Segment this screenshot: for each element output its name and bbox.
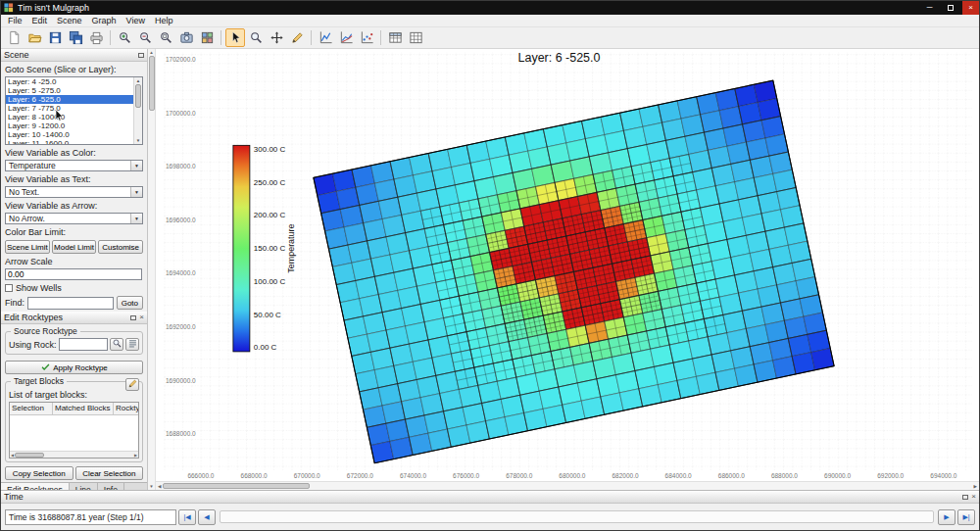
colorbar-limit-label: Color Bar Limit: bbox=[1, 224, 147, 238]
close-button[interactable]: × bbox=[962, 1, 979, 15]
plot-canvas[interactable]: Layer: 6 -525.0300.00 C250.00 C200.00 C1… bbox=[156, 49, 979, 481]
goto-scene-label: Goto Scene (Slice or Layer): bbox=[1, 62, 147, 75]
scroll-right-icon[interactable]: ▶ bbox=[134, 453, 137, 458]
menu-file[interactable]: File bbox=[3, 15, 27, 26]
colorbar-tick-label: 100.00 C bbox=[254, 277, 286, 286]
show-wells-checkbox[interactable] bbox=[5, 284, 13, 292]
scroll-thumb[interactable] bbox=[149, 56, 155, 111]
target-table-hscrollbar[interactable]: ◀▶ bbox=[10, 451, 138, 458]
plot-title: Layer: 6 -525.0 bbox=[518, 51, 601, 65]
target-table-column-matched-blocks[interactable]: Matched Blocks bbox=[53, 403, 114, 414]
target-table-body[interactable] bbox=[10, 415, 138, 451]
arrow-scale-input[interactable] bbox=[5, 268, 142, 280]
scroll-left-icon[interactable]: ◀ bbox=[11, 453, 14, 458]
color-variable-select[interactable]: Temperature ▼ bbox=[5, 160, 143, 171]
dock-tab-line[interactable]: Line bbox=[70, 483, 98, 490]
scroll-up-icon[interactable]: ▲ bbox=[149, 50, 153, 55]
clear-selection-button[interactable]: Clear Selection bbox=[75, 466, 144, 480]
toolbar-graph-scatter-button[interactable] bbox=[357, 28, 376, 47]
layer-list-item[interactable]: Layer: 10 -1400.0 bbox=[6, 130, 142, 139]
dock-tab-info[interactable]: Info bbox=[98, 483, 124, 490]
scroll-up-icon[interactable]: ▲ bbox=[136, 78, 140, 83]
rock-list-button[interactable] bbox=[125, 338, 139, 351]
toolbar-new-doc-button[interactable] bbox=[4, 28, 24, 47]
canvas-hscrollbar[interactable]: ◀ ▶ bbox=[156, 481, 979, 490]
last-step-button[interactable]: ▶| bbox=[957, 509, 975, 525]
dock-tab-edit-rocktypes[interactable]: Edit Rocktypes bbox=[1, 483, 70, 490]
close-panel-icon[interactable]: × bbox=[971, 493, 976, 501]
text-variable-select[interactable]: No Text. ▼ bbox=[5, 186, 143, 198]
toolbar-draw-tool-button[interactable] bbox=[287, 28, 307, 47]
arrow-scale-label: Arrow Scale bbox=[1, 254, 147, 267]
customise-button[interactable]: Customise bbox=[98, 240, 143, 254]
scroll-down-icon[interactable]: ▼ bbox=[149, 484, 153, 489]
target-blocks-table[interactable]: SelectionMatched BlocksRockty ◀▶ bbox=[9, 402, 139, 459]
apply-rocktype-button[interactable]: Apply Rocktype bbox=[5, 361, 143, 374]
search-icon bbox=[112, 338, 122, 349]
rock-search-button[interactable] bbox=[110, 338, 123, 351]
float-panel-icon[interactable] bbox=[138, 53, 144, 58]
time-slider[interactable] bbox=[220, 510, 934, 523]
scroll-thumb[interactable] bbox=[15, 453, 44, 458]
scroll-thumb[interactable] bbox=[163, 483, 310, 489]
float-panel-icon[interactable] bbox=[130, 315, 136, 320]
toolbar-table-view-button[interactable] bbox=[385, 28, 405, 47]
scroll-right-icon[interactable]: ▶ bbox=[974, 484, 977, 489]
toolbar-pan-tool-button[interactable] bbox=[267, 28, 286, 47]
scene-limit-button[interactable]: Scene Limit bbox=[5, 240, 50, 254]
toolbar-zoom-reset-button[interactable] bbox=[156, 28, 175, 47]
toolbar-table-grid-button[interactable] bbox=[406, 28, 425, 47]
arrow-variable-select[interactable]: No Arrow. ▼ bbox=[5, 213, 143, 224]
toolbar-zoom-tool-button[interactable] bbox=[246, 28, 266, 47]
minimize-button[interactable]: ─ bbox=[921, 1, 938, 15]
layer-list-item[interactable]: Layer: 4 -25.0 bbox=[6, 77, 142, 86]
layer-list-item[interactable]: Layer: 7 -775.0 bbox=[6, 104, 142, 113]
scroll-left-icon[interactable]: ◀ bbox=[158, 484, 161, 489]
using-rock-input[interactable] bbox=[59, 338, 108, 351]
layer-list-item[interactable]: Layer: 5 -275.0 bbox=[6, 86, 142, 95]
canvas-vscrollbar[interactable]: ▲ ▼ bbox=[148, 49, 156, 490]
next-step-button[interactable]: ▶ bbox=[938, 509, 956, 525]
colorbar-tick-label: 300.00 C bbox=[254, 145, 286, 154]
scroll-thumb[interactable] bbox=[135, 84, 141, 108]
table-view-icon bbox=[388, 30, 403, 45]
target-table-column-rockty[interactable]: Rockty bbox=[114, 403, 139, 414]
toolbar-save-all-button[interactable] bbox=[66, 28, 85, 47]
menu-graph[interactable]: Graph bbox=[87, 15, 122, 26]
float-panel-icon[interactable] bbox=[962, 495, 968, 500]
copy-selection-button[interactable]: Copy Selection bbox=[5, 466, 74, 480]
toolbar-snapshot-button[interactable] bbox=[176, 28, 196, 47]
apply-rocktype-label: Apply Rocktype bbox=[53, 363, 108, 372]
layer-list-scrollbar[interactable]: ▲▼ bbox=[133, 77, 142, 144]
layer-list-item[interactable]: Layer: 8 -1000.0 bbox=[6, 113, 142, 121]
menu-help[interactable]: Help bbox=[150, 15, 178, 26]
menu-scene[interactable]: Scene bbox=[52, 15, 87, 26]
previous-step-button[interactable]: ◀ bbox=[198, 509, 216, 525]
layer-list-item[interactable]: Layer: 6 -525.0 bbox=[6, 95, 142, 104]
first-step-button[interactable]: |◀ bbox=[178, 509, 196, 525]
toolbar-open-folder-button[interactable] bbox=[24, 28, 44, 47]
toolbar-save-button[interactable] bbox=[45, 28, 65, 47]
toolbar-graph-line-button[interactable] bbox=[316, 28, 335, 47]
toolbar-zoom-out-button[interactable] bbox=[135, 28, 155, 47]
model-limit-button[interactable]: Model Limit bbox=[52, 240, 97, 254]
scroll-down-icon[interactable]: ▼ bbox=[136, 138, 140, 143]
pick-blocks-button[interactable] bbox=[125, 378, 139, 391]
toolbar-select-tool-button[interactable] bbox=[225, 28, 245, 47]
toolbar-graph-multiline-button[interactable] bbox=[336, 28, 356, 47]
menu-view[interactable]: View bbox=[122, 15, 150, 26]
goto-button[interactable]: Goto bbox=[117, 296, 143, 310]
maximize-button[interactable] bbox=[942, 1, 958, 15]
target-table-column-selection[interactable]: Selection bbox=[10, 403, 53, 414]
layer-list-item[interactable]: Layer: 9 -1200.0 bbox=[6, 121, 142, 130]
close-panel-icon[interactable]: × bbox=[139, 314, 144, 321]
toolbar-print-button[interactable] bbox=[86, 28, 106, 47]
toolbar-export-grid-button[interactable] bbox=[197, 28, 217, 47]
layer-list-item[interactable]: Layer: 11 -1600.0 bbox=[6, 139, 142, 145]
target-table-header: SelectionMatched BlocksRockty bbox=[10, 403, 138, 415]
find-input[interactable] bbox=[27, 297, 114, 310]
menu-edit[interactable]: Edit bbox=[27, 15, 53, 26]
toolbar-zoom-in-button[interactable] bbox=[115, 28, 134, 47]
colorbar-tick-label: 0.00 C bbox=[254, 343, 277, 352]
layer-listbox[interactable]: Layer: 4 -25.0Layer: 5 -275.0Layer: 6 -5… bbox=[5, 76, 143, 145]
